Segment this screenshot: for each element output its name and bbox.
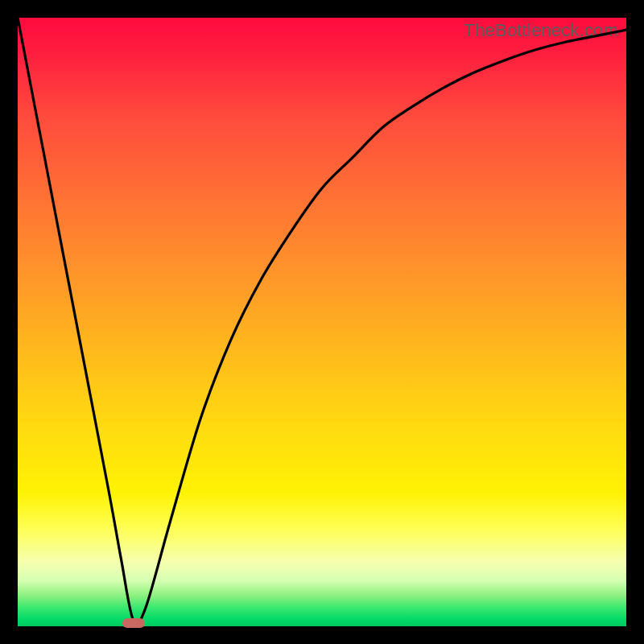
optimum-marker — [122, 618, 145, 628]
bottleneck-curve — [18, 18, 626, 626]
plot-area: TheBottleneck.com — [18, 18, 626, 626]
watermark-text: TheBottleneck.com — [464, 20, 618, 41]
chart-frame: TheBottleneck.com — [0, 0, 644, 644]
